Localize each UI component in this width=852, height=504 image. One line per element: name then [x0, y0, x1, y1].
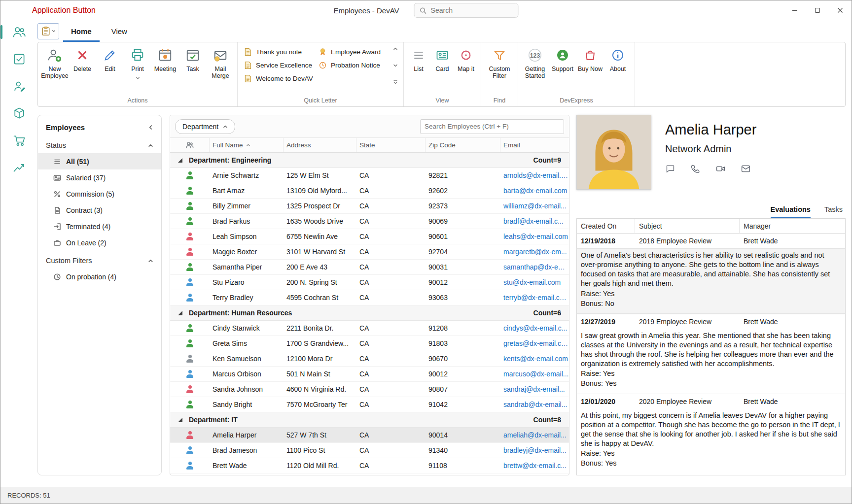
- email-icon[interactable]: [741, 164, 751, 174]
- column-header-manager[interactable]: Manager: [740, 219, 845, 233]
- cell-email-link[interactable]: kents@dx-email.com: [500, 355, 569, 363]
- column-header-subject[interactable]: Subject: [635, 219, 740, 233]
- quick-letter-more-icon[interactable]: [393, 80, 398, 85]
- employee-row[interactable]: Brett Wade 1120 Old Mill Rd. CA 91108 br…: [170, 458, 569, 473]
- view-list-button[interactable]: List: [407, 45, 430, 72]
- employee-row[interactable]: Terry Bradley 4595 Cochran St CA 93063 t…: [170, 290, 569, 305]
- getting-started-button[interactable]: 123 Getting Started: [521, 45, 549, 80]
- buy-now-button[interactable]: Buy Now: [576, 45, 604, 72]
- module-sales-button[interactable]: [0, 132, 37, 149]
- employee-row[interactable]: Bart Arnaz 13109 Old Myford... CA 92602 …: [170, 183, 569, 199]
- print-dropdown-chevron-icon[interactable]: [136, 74, 140, 81]
- column-header-zip-code[interactable]: Zip Code: [426, 138, 500, 152]
- quick-letter-probation-notice[interactable]: Probation Notice: [316, 59, 390, 72]
- cell-email-link[interactable]: leahs@dx-email.com: [500, 233, 569, 240]
- employee-row[interactable]: Arnie Schwartz 125 W Elm St CA 92821 arn…: [170, 168, 569, 183]
- tab-tasks[interactable]: Tasks: [824, 205, 843, 218]
- meeting-button[interactable]: Meeting: [151, 45, 179, 72]
- cell-email-link[interactable]: bradf@dx-email.c...: [500, 217, 569, 225]
- cell-email-link[interactable]: williamz@dx-email...: [500, 202, 569, 210]
- close-button[interactable]: [829, 0, 852, 20]
- cell-email-link[interactable]: terryb@dx-email.com: [500, 294, 569, 302]
- sidebar-item-terminated[interactable]: Terminated (4): [38, 218, 161, 235]
- employee-row[interactable]: Brad Jameson 1100 Pico St CA 91340 bradl…: [170, 443, 569, 458]
- cell-email-link[interactable]: barta@dx-email.com: [500, 187, 569, 195]
- module-employees-button[interactable]: [0, 24, 37, 40]
- quick-letter-welcome-to-devav[interactable]: Welcome to DevAV: [241, 72, 316, 85]
- employee-row[interactable]: Sandra Johnson 4600 N Virginia Rd. CA 90…: [170, 382, 569, 397]
- column-header-address[interactable]: Address: [284, 138, 356, 152]
- quick-letter-scroll-up-icon[interactable]: [393, 47, 398, 51]
- employee-row[interactable]: Maggie Boxter 3101 W Harvard St CA 92704…: [170, 244, 569, 260]
- cell-email-link[interactable]: sandrab@dx-email...: [500, 401, 569, 408]
- cell-email-link[interactable]: arnolds@dx-email.c...: [500, 171, 569, 179]
- employee-row-selected[interactable]: Amelia Harper 527 W 7th St CA 90014 amel…: [170, 428, 569, 443]
- video-call-icon[interactable]: [715, 164, 726, 174]
- group-expanded-triangle-icon[interactable]: [178, 418, 182, 422]
- sidebar-item-all[interactable]: All (51): [38, 153, 161, 169]
- sidebar-item-on-probation[interactable]: On probation (4): [38, 269, 161, 285]
- employee-row[interactable]: Ken Samuelson 12100 Mora Dr CA 90670 ken…: [170, 351, 569, 367]
- new-employee-button[interactable]: New Employee: [41, 45, 69, 80]
- phone-icon[interactable]: [690, 164, 701, 174]
- sidebar-item-commission[interactable]: Commission (5): [38, 186, 161, 202]
- cell-email-link[interactable]: samanthap@dx-em...: [500, 263, 569, 271]
- chat-icon[interactable]: [665, 164, 675, 174]
- about-button[interactable]: About: [604, 45, 632, 72]
- mail-merge-button[interactable]: Mail Merge: [207, 45, 234, 80]
- group-row-human-resources[interactable]: Department: Human Resources Count=6: [170, 305, 569, 321]
- group-expanded-triangle-icon[interactable]: [178, 311, 182, 315]
- tab-evaluations[interactable]: Evaluations: [771, 205, 811, 218]
- cell-email-link[interactable]: ameliah@dx-email...: [500, 431, 569, 439]
- sidebar-item-on-leave[interactable]: On Leave (2): [38, 235, 161, 251]
- employee-row[interactable]: Sandy Bright 7570 McGroarty Ter CA 91042…: [170, 397, 569, 412]
- view-card-button[interactable]: Card: [430, 45, 454, 72]
- maximize-button[interactable]: [806, 0, 829, 20]
- employee-row[interactable]: Marcus Orbison 501 N Main St CA 90012 ma…: [170, 367, 569, 382]
- titlebar-search-input[interactable]: [431, 6, 513, 14]
- custom-filter-button[interactable]: Custom Filter: [484, 45, 515, 80]
- evaluation-entry[interactable]: 12/01/2020 2020 Employee Review Brett Wa…: [577, 394, 845, 473]
- employee-row[interactable]: Billy Zimmer 1325 Prospect Dr CA 92373 w…: [170, 199, 569, 214]
- cell-email-link[interactable]: brettw@dx-email.c...: [500, 462, 569, 470]
- column-header-email[interactable]: Email: [500, 138, 569, 152]
- cell-email-link[interactable]: gretas@dx-email.co...: [500, 339, 569, 347]
- group-by-department-button[interactable]: Department: [175, 119, 235, 134]
- quick-letter-employee-award[interactable]: Employee Award: [316, 45, 390, 59]
- view-map-it-button[interactable]: Map it: [454, 45, 478, 72]
- group-row-engineering[interactable]: Department: Engineering Count=9: [170, 153, 569, 168]
- tab-view[interactable]: View: [104, 20, 135, 42]
- cell-email-link[interactable]: margaretb@dx-em...: [500, 248, 569, 256]
- module-analytics-button[interactable]: [0, 159, 37, 176]
- employee-row[interactable]: Samantha Piper 200 E Ave 43 CA 90031 sam…: [170, 260, 569, 275]
- quick-letter-scroll-down-icon[interactable]: [393, 64, 398, 67]
- quick-letter-service-excellence[interactable]: Service Excellence: [241, 59, 316, 72]
- task-button[interactable]: Task: [179, 45, 207, 72]
- cell-email-link[interactable]: cindys@dx-email.c...: [500, 324, 569, 332]
- employee-row[interactable]: Leah Simpson 6755 Newlin Ave CA 90601 le…: [170, 229, 569, 244]
- cell-email-link[interactable]: sandraj@dx-email...: [500, 385, 569, 393]
- employee-row[interactable]: Stu Pizaro 200 N. Spring St CA 90012 stu…: [170, 275, 569, 290]
- module-tasks-button[interactable]: [0, 51, 37, 67]
- employee-row[interactable]: Brad Farkus 1635 Woods Drive CA 90069 br…: [170, 214, 569, 229]
- paste-split-button[interactable]: [37, 23, 59, 39]
- module-products-button[interactable]: [0, 105, 37, 122]
- grid-search-input[interactable]: [425, 123, 560, 130]
- column-header-created-on[interactable]: Created On: [577, 219, 635, 233]
- employee-row[interactable]: Greta Sims 1700 S Grandview... CA 91803 …: [170, 336, 569, 351]
- delete-button[interactable]: Delete: [69, 45, 96, 72]
- cell-email-link[interactable]: stu@dx-email.com: [500, 278, 569, 286]
- column-header-full-name[interactable]: Full Name: [210, 138, 284, 152]
- tab-home[interactable]: Home: [63, 20, 100, 42]
- custom-filters-section-header[interactable]: Custom Filters: [38, 251, 161, 269]
- sidebar-item-contract[interactable]: Contract (3): [38, 202, 161, 218]
- cell-email-link[interactable]: marcuso@dx-email...: [500, 370, 569, 378]
- minimize-button[interactable]: [783, 0, 806, 20]
- application-button[interactable]: Application Button: [32, 6, 96, 15]
- status-section-header[interactable]: Status: [38, 135, 161, 153]
- print-button[interactable]: Print: [124, 45, 151, 82]
- column-header-icon[interactable]: [170, 138, 210, 152]
- module-customers-button[interactable]: [0, 78, 37, 95]
- collapse-panel-chevron-left-icon[interactable]: [148, 125, 153, 130]
- edit-button[interactable]: Edit: [96, 45, 124, 72]
